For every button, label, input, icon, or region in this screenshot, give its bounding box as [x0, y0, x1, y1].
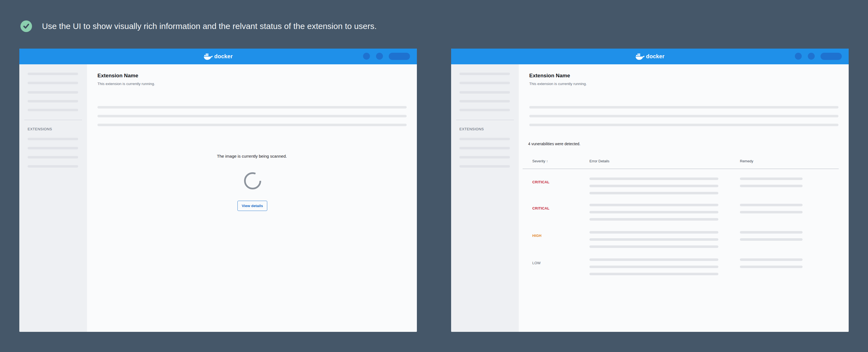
main-content: Extension Name This extension is current… [87, 64, 417, 332]
content-skeleton-line [529, 124, 838, 126]
header-control-dot[interactable] [808, 53, 815, 60]
sidebar-skeleton-item [28, 165, 78, 168]
error-detail-skeleton [589, 273, 718, 275]
remedy-skeleton [740, 204, 803, 206]
sidebar-skeleton-item [459, 73, 510, 75]
content-skeleton-line [529, 106, 838, 108]
sidebar-skeleton-item [459, 109, 510, 111]
vulnerability-row: CRITICAL [519, 178, 839, 197]
docker-whale-icon [635, 53, 645, 60]
docker-logo: docker [19, 49, 417, 64]
error-detail-skeleton [589, 178, 718, 180]
sidebar-skeleton-item [28, 147, 78, 149]
app-header: docker [451, 49, 849, 64]
extension-title: Extension Name [97, 73, 138, 79]
error-detail-skeleton [589, 192, 718, 194]
error-detail-skeleton [589, 218, 718, 221]
app-header: docker [19, 49, 417, 64]
sidebar-skeleton-item [459, 156, 510, 158]
sidebar-skeleton-item [459, 91, 510, 94]
docker-desktop-mockup-scanning: docker EXTENSIONS Extension Name This ex… [19, 49, 417, 332]
sidebar: EXTENSIONS [19, 64, 87, 332]
vulnerability-summary: 4 vunerabilities were detected. [528, 141, 580, 146]
docker-logo-text: docker [214, 53, 233, 60]
content-skeleton-line [97, 115, 407, 117]
docker-logo: docker [451, 49, 849, 64]
extension-title: Extension Name [529, 73, 570, 79]
header-control-dot[interactable] [376, 53, 383, 60]
error-detail-skeleton [589, 246, 718, 248]
error-detail-skeleton [589, 185, 718, 187]
sidebar-skeleton-item [459, 147, 510, 149]
header-pill-button[interactable] [820, 53, 842, 60]
severity-badge: LOW [532, 261, 540, 265]
sidebar-divider [456, 120, 514, 120]
check-circle-icon [21, 21, 32, 32]
remedy-skeleton [740, 258, 803, 261]
sidebar-skeleton-item [28, 73, 78, 75]
error-detail-skeleton [589, 231, 718, 233]
sidebar-skeleton-item [28, 109, 78, 111]
vulnerability-row: HIGH [519, 231, 839, 251]
extension-status-subtitle: This extension is currently running. [529, 82, 587, 86]
content-skeleton-line [97, 106, 407, 108]
docker-whale-icon [204, 53, 213, 60]
sidebar-skeleton-item [28, 138, 78, 140]
sidebar-skeleton-item [459, 138, 510, 140]
sidebar-divider [24, 120, 82, 120]
sidebar-skeleton-item [28, 100, 78, 102]
severity-badge: HIGH [532, 233, 541, 238]
extension-status-subtitle: This extension is currently running. [97, 82, 155, 86]
docker-logo-text: docker [646, 53, 664, 60]
guideline-text: Use the UI to show visually rich informa… [42, 21, 377, 32]
remedy-skeleton [740, 265, 803, 268]
guideline-banner: Use the UI to show visually rich informa… [21, 21, 377, 32]
severity-badge: CRITICAL [532, 180, 549, 184]
view-details-button[interactable]: View details [238, 201, 267, 211]
vulnerability-row: LOW [519, 258, 839, 278]
error-detail-skeleton [589, 204, 718, 206]
content-skeleton-line [97, 124, 407, 126]
loading-spinner-icon [243, 171, 262, 190]
table-header-divider [523, 169, 839, 169]
error-detail-skeleton [589, 211, 718, 214]
sidebar-skeleton-item [459, 100, 510, 102]
remedy-skeleton [740, 185, 803, 187]
checkmark-glyph [23, 23, 30, 30]
sidebar-skeleton-item [459, 82, 510, 84]
header-control-dot[interactable] [363, 53, 370, 60]
content-skeleton-line [529, 115, 838, 117]
sidebar-skeleton-item [28, 82, 78, 84]
table-header-remedy: Remedy [740, 159, 753, 163]
table-header-error-details: Error Details [589, 159, 609, 163]
sidebar-skeleton-item [28, 91, 78, 94]
sidebar-skeleton-item [459, 165, 510, 168]
severity-badge: CRITICAL [532, 206, 549, 211]
scan-status-message: The image is currently being scanned. [87, 154, 417, 158]
main-content: Extension Name This extension is current… [519, 64, 849, 332]
remedy-skeleton [740, 211, 803, 214]
error-detail-skeleton [589, 258, 718, 261]
vulnerability-row: CRITICAL [519, 204, 839, 224]
sidebar-skeleton-item [28, 156, 78, 158]
table-header-severity[interactable]: Severity ↑ [532, 159, 548, 163]
extensions-section-label: EXTENSIONS [28, 127, 52, 131]
header-control-dot[interactable] [795, 53, 802, 60]
remedy-skeleton [740, 238, 803, 241]
error-detail-skeleton [589, 238, 718, 241]
docker-desktop-mockup-results: docker EXTENSIONS Extension Name This ex… [451, 49, 849, 332]
sidebar: EXTENSIONS [451, 64, 519, 332]
extensions-section-label: EXTENSIONS [459, 127, 484, 131]
error-detail-skeleton [589, 265, 718, 268]
remedy-skeleton [740, 178, 803, 180]
header-pill-button[interactable] [389, 53, 410, 60]
remedy-skeleton [740, 231, 803, 233]
